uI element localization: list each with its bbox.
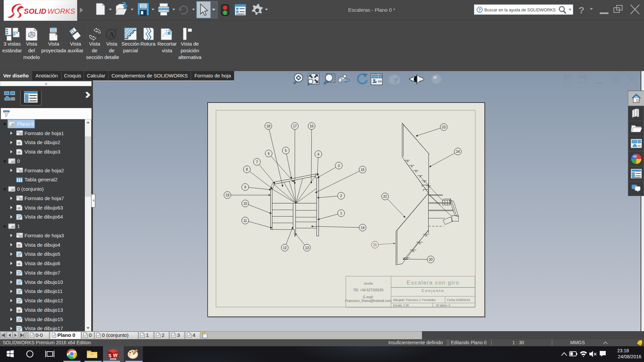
svg-text:Vista de dibujo15: Vista de dibujo15 xyxy=(24,316,63,322)
svg-text:Tabla general2: Tabla general2 xyxy=(24,177,57,182)
svg-text:3: 3 xyxy=(338,164,340,168)
svg-text:Fecha 24/08/2016: Fecha 24/08/2016 xyxy=(447,298,470,302)
svg-text:TEl. +34 627169155: TEl. +34 627169155 xyxy=(353,288,384,292)
svg-text:10: 10 xyxy=(243,202,247,205)
svg-text:11: 11 xyxy=(244,219,247,223)
svg-text:Plano 0: Plano 0 xyxy=(17,121,34,127)
svg-text:Vista de dibujo11: Vista de dibujo11 xyxy=(24,288,63,294)
svg-text:15: 15 xyxy=(361,168,365,172)
svg-text:Vista de dibujo4: Vista de dibujo4 xyxy=(24,242,60,248)
svg-text:Vista de dibujo7: Vista de dibujo7 xyxy=(24,270,60,276)
svg-text:23: 23 xyxy=(442,125,446,129)
svg-text:17: 17 xyxy=(293,124,297,128)
svg-text:Conjunto: Conjunto xyxy=(422,289,444,293)
svg-text:2016: 2016 xyxy=(110,357,116,361)
svg-text:24/08/2016: 24/08/2016 xyxy=(618,354,641,359)
svg-text:6: 6 xyxy=(268,152,270,156)
svg-text:Vista de dibujo10: Vista de dibujo10 xyxy=(24,279,63,285)
svg-text:WORKS: WORKS xyxy=(47,7,75,15)
svg-text:Escalera con giro: Escalera con giro xyxy=(407,280,460,286)
svg-text:Vista de dibujo12: Vista de dibujo12 xyxy=(24,298,63,303)
svg-text:Formato de hoja2: Formato de hoja2 xyxy=(24,168,64,173)
svg-text:?: ? xyxy=(579,5,584,15)
svg-text:A: A xyxy=(109,30,114,39)
svg-text:9: 9 xyxy=(244,185,246,189)
svg-text:Nº plano: 0: Nº plano: 0 xyxy=(436,304,450,307)
svg-text:Vista de dibujo5: Vista de dibujo5 xyxy=(24,251,60,257)
svg-text:?: ? xyxy=(478,8,481,12)
svg-text:Sevilla: Sevilla xyxy=(364,282,373,285)
svg-text:13: 13 xyxy=(305,246,309,250)
svg-text:Vista de dibujo13: Vista de dibujo13 xyxy=(24,307,63,313)
svg-text:SOLID: SOLID xyxy=(24,7,46,15)
svg-text:1: 1 xyxy=(340,212,342,215)
svg-text:Formato de hoja7: Formato de hoja7 xyxy=(24,195,64,201)
svg-text:12: 12 xyxy=(283,246,287,250)
svg-text:5: 5 xyxy=(285,149,287,153)
svg-text:22: 22 xyxy=(383,195,387,198)
svg-text:Buscar en la ayuda de SOLIDWOR: Buscar en la ayuda de SOLIDWORKS xyxy=(484,8,556,12)
svg-text:E-mail:: E-mail: xyxy=(363,295,373,299)
svg-text:23:18: 23:18 xyxy=(617,348,629,353)
svg-text:Vista de dibujo63: Vista de dibujo63 xyxy=(24,205,63,210)
svg-text:19: 19 xyxy=(225,193,229,197)
svg-text:18: 18 xyxy=(266,124,270,128)
svg-text:Formato de hoja1: Formato de hoja1 xyxy=(24,130,64,136)
svg-text:7: 7 xyxy=(256,160,258,164)
svg-text:Vista de dibujo64: Vista de dibujo64 xyxy=(24,214,63,220)
svg-text:Formato de hoja3: Formato de hoja3 xyxy=(24,233,64,238)
svg-text:21: 21 xyxy=(373,243,377,247)
svg-text:14: 14 xyxy=(361,226,365,230)
svg-text:16: 16 xyxy=(310,124,314,128)
svg-text:Vista de dibujo2: Vista de dibujo2 xyxy=(24,139,60,145)
svg-text:Vista de dibujo3: Vista de dibujo3 xyxy=(24,149,60,155)
svg-text:0: 0 xyxy=(17,158,20,164)
svg-text:2: 2 xyxy=(340,194,342,198)
svg-text:8: 8 xyxy=(246,168,248,171)
svg-text:Vista de dibujo17: Vista de dibujo17 xyxy=(24,325,63,331)
svg-text:Escala :1:30: Escala :1:30 xyxy=(393,304,409,307)
svg-text:4: 4 xyxy=(317,153,319,156)
svg-text:20: 20 xyxy=(429,258,433,261)
svg-text:Vista de dibujo6: Vista de dibujo6 xyxy=(24,260,60,266)
svg-text:1: 1 xyxy=(17,223,20,229)
svg-text:Dibujado: Francisco J. Fernánd: Dibujado: Francisco J. Fernández xyxy=(393,298,436,302)
svg-text:Francisco_fmora@hotmail.com: Francisco_fmora@hotmail.com xyxy=(345,299,392,303)
svg-text:0 (conjunto): 0 (conjunto) xyxy=(17,186,44,192)
svg-text:24: 24 xyxy=(456,150,460,154)
